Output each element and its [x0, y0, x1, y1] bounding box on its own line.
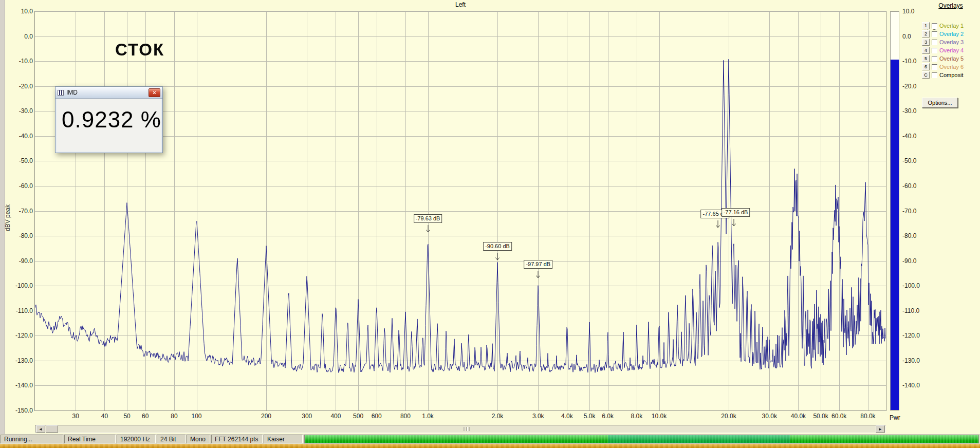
scroll-left-icon[interactable]: ◄	[36, 425, 45, 433]
status-segment-7: Kaiser	[264, 435, 303, 443]
overlay-row-4: 4Overlay 4	[922, 46, 979, 54]
status-bar: Running...Real Time192000 Hz24 BitMonoFF…	[0, 434, 980, 444]
stock-annotation: СТОК	[115, 40, 164, 60]
y-tick-label-left: -130.0	[7, 357, 33, 364]
y-tick-label-right: -80.0	[902, 232, 929, 239]
y-tick-label-right: -120.0	[902, 332, 929, 339]
overlay-label-5: Overlay 5	[939, 55, 964, 62]
overlay-on-checkbox-4[interactable]	[932, 48, 937, 53]
overlay-on-checkbox-3[interactable]	[932, 40, 937, 45]
overlay-on-checkbox-C[interactable]	[932, 72, 937, 78]
x-tick-label: 1.0k	[409, 413, 448, 420]
y-tick-label-left: 10.0	[7, 8, 33, 15]
y-tick-label-right: -140.0	[902, 382, 929, 389]
y-tick-label-right: -90.0	[902, 257, 929, 265]
overlay-on-checkbox-5[interactable]	[932, 56, 937, 62]
overlays-list: 1Overlay 12Overlay 23Overlay 34Overlay 4…	[922, 22, 979, 79]
overlay-row-2: 2Overlay 2	[922, 30, 979, 38]
plot-frame	[34, 11, 886, 411]
y-tick-label-left: -60.0	[7, 182, 33, 190]
horizontal-scrollbar[interactable]: ◄ ►	[35, 425, 886, 433]
overlays-panel-title: Overlays	[922, 2, 979, 9]
y-tick-label-left: -100.0	[7, 282, 33, 289]
capture-progress-bar	[304, 435, 979, 443]
bottom-activity-bar	[0, 444, 980, 448]
overlay-set-button-C[interactable]: C	[922, 71, 930, 79]
x-tick-label: 100	[177, 413, 216, 420]
meter-label: Pwr	[890, 414, 900, 421]
overlay-label-C: Composit	[939, 72, 963, 78]
y-tick-label-right: -60.0	[902, 182, 929, 190]
imd-dialog-icon	[58, 90, 64, 96]
scrollbar-grip-icon[interactable]	[464, 427, 470, 431]
y-tick-label-left: -70.0	[7, 208, 33, 215]
x-tick-label: 10.0k	[640, 413, 679, 420]
meter-fill	[891, 60, 899, 410]
y-tick-label-left: -110.0	[7, 307, 33, 314]
overlay-on-checkbox-6[interactable]	[932, 64, 937, 70]
x-tick-label: 80.0k	[848, 413, 887, 420]
overlay-label-4: Overlay 4	[939, 47, 964, 53]
scrollbar-thumb[interactable]	[46, 425, 58, 433]
spectrum-plot-canvas[interactable]	[35, 11, 886, 410]
status-segment-2: Real Time	[64, 435, 116, 443]
y-tick-label-left: -80.0	[7, 232, 33, 239]
overlay-label-1: Overlay 1	[939, 23, 964, 29]
x-tick-label: 20.0k	[709, 413, 748, 420]
y-tick-label-left: -120.0	[7, 332, 33, 339]
y-tick-label-right: -110.0	[902, 307, 929, 314]
overlay-row-3: 3Overlay 3	[922, 38, 979, 46]
imd-dialog-title: IMD	[66, 89, 78, 96]
y-tick-label-left: -40.0	[7, 133, 33, 140]
spectrum-analyzer-window: Left dBV peak 10.00.0-10.0-20.0-30.0-40.…	[0, 0, 980, 448]
y-tick-label-right: -100.0	[902, 282, 929, 289]
overlay-row-6: 6Overlay 6	[922, 63, 979, 71]
imd-value: 0.9232 %	[56, 107, 162, 133]
imd-dialog-titlebar[interactable]: IMD ×	[56, 87, 162, 99]
y-tick-label-right: -40.0	[902, 133, 929, 140]
y-tick-label-left: 0.0	[7, 33, 33, 40]
overlay-label-2: Overlay 2	[939, 31, 964, 37]
imd-dialog: IMD × 0.9232 %	[55, 86, 163, 153]
y-tick-label-right: -20.0	[902, 83, 929, 90]
overlay-set-button-2[interactable]: 2	[922, 30, 930, 38]
overlay-label-3: Overlay 3	[939, 39, 964, 45]
y-tick-label-left: -20.0	[7, 83, 33, 90]
close-icon[interactable]: ×	[149, 88, 160, 97]
y-tick-label-right: -30.0	[902, 107, 929, 115]
overlay-row-5: 5Overlay 5	[922, 54, 979, 63]
status-segment-1: Running...	[1, 435, 63, 443]
y-tick-label-right: -130.0	[902, 357, 929, 364]
overlay-set-button-5[interactable]: 5	[922, 55, 930, 62]
overlay-set-button-4[interactable]: 4	[922, 47, 930, 54]
power-level-meter	[890, 11, 899, 410]
y-tick-label-right: -70.0	[902, 208, 929, 215]
status-segment-5: Mono	[187, 435, 210, 443]
y-tick-label-left: -140.0	[7, 382, 33, 389]
status-segment-3: 192000 Hz	[117, 435, 156, 443]
overlay-on-checkbox-2[interactable]	[932, 31, 937, 37]
overlay-set-button-1[interactable]: 1	[922, 22, 930, 29]
y-tick-label-right: -50.0	[902, 157, 929, 164]
y-tick-label-left: -30.0	[7, 107, 33, 115]
x-tick-label: 200	[247, 413, 286, 420]
status-segment-4: 24 Bit	[157, 435, 186, 443]
y-tick-label-left: -150.0	[7, 407, 33, 414]
overlay-on-checkbox-1[interactable]	[932, 23, 937, 29]
status-segment-6: FFT 262144 pts	[211, 435, 263, 443]
overlay-label-6: Overlay 6	[939, 64, 964, 70]
overlay-set-button-6[interactable]: 6	[922, 63, 930, 70]
y-tick-label-left: -10.0	[7, 58, 33, 65]
scroll-right-icon[interactable]: ►	[876, 425, 885, 433]
overlay-set-button-3[interactable]: 3	[922, 39, 930, 46]
scrollbar-track[interactable]	[58, 425, 875, 433]
overlay-row-C: CComposit	[922, 71, 979, 79]
y-tick-label-left: -50.0	[7, 157, 33, 164]
channel-title: Left	[35, 1, 886, 8]
x-tick-label: 2.0k	[478, 413, 517, 420]
overlay-row-1: 1Overlay 1	[922, 22, 979, 30]
overlays-options-button[interactable]: Options...	[922, 98, 958, 108]
y-tick-label-left: -90.0	[7, 257, 33, 265]
